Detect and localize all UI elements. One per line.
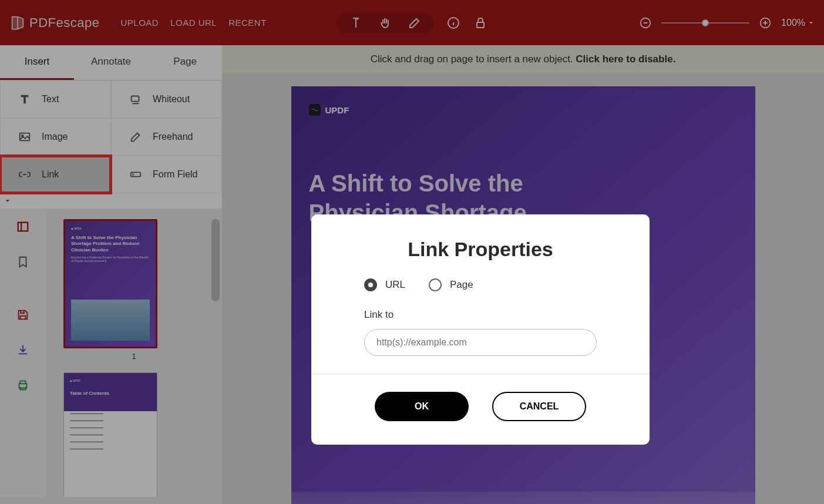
radio-url-label: URL	[385, 279, 405, 291]
radio-page-label: Page	[450, 279, 473, 291]
radio-page[interactable]: Page	[429, 278, 473, 291]
radio-url[interactable]: URL	[364, 278, 405, 291]
link-url-input[interactable]	[364, 329, 597, 356]
ok-button[interactable]: OK	[375, 392, 469, 421]
link-to-label: Link to	[364, 309, 597, 321]
link-type-radio-group: URL Page	[364, 278, 597, 291]
link-properties-modal: Link Properties URL Page Link to OK CANC…	[311, 214, 650, 445]
modal-title: Link Properties	[311, 214, 650, 278]
radio-url-circle	[364, 278, 377, 291]
cancel-button[interactable]: CANCEL	[492, 392, 586, 421]
modal-footer: OK CANCEL	[311, 374, 650, 445]
radio-page-circle	[429, 278, 442, 291]
